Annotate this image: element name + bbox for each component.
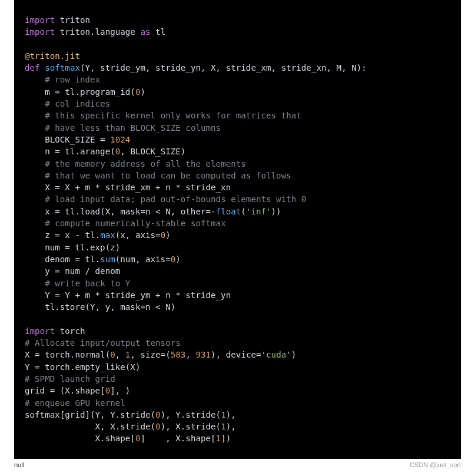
code-line: x = tl.load(X, mask=n < N, other=-float(… [25, 206, 450, 217]
code-line: grid = (X.shape[0], ) [25, 385, 450, 396]
token-default: (num, axis= [115, 254, 171, 264]
token-default: X, X.stride( [25, 422, 155, 431]
token-default: BLOCK_SIZE = [25, 135, 110, 144]
token-comment: # enqueue GPU kernel [25, 398, 125, 408]
token-default: y = num / denom [25, 266, 120, 276]
code-line: # that we want to load can be computed a… [25, 170, 450, 181]
code-line: num = tl.exp(z) [25, 242, 450, 253]
token-default: ) [291, 350, 297, 359]
code-line: import triton [25, 14, 450, 26]
token-default: m = tl.program_id( [25, 87, 135, 97]
token-default: torch [55, 326, 85, 336]
token-num: 0 [171, 254, 176, 264]
token-num: 0 [105, 386, 111, 395]
token-default: )) [271, 207, 281, 216]
token-num: 1024 [110, 135, 130, 144]
code-line: # write back to Y [25, 277, 450, 289]
code-line: y = num / denom [25, 265, 450, 277]
token-default: ) [140, 87, 145, 97]
code-line: # Allocate input/output tensors [25, 337, 450, 349]
code-line: # have less than BLOCK_SIZE columns [25, 122, 450, 134]
token-default [25, 159, 45, 168]
token-comment: # load input data; pad out-of-bounds ele… [45, 194, 306, 204]
token-kw: def [25, 63, 45, 72]
token-str: 'cuda' [261, 350, 291, 359]
code-line [25, 313, 450, 325]
token-default [25, 99, 45, 108]
code-line: # col indices [25, 98, 450, 110]
code-line: tl.store(Y, y, mask=n < N) [25, 301, 450, 313]
token-dec: @triton.jit [25, 51, 80, 61]
token-default: x = tl.load(X, mask=n < N, other=- [25, 207, 216, 216]
token-default: ), [226, 410, 236, 419]
token-default [25, 194, 45, 204]
token-default: n = tl.arange( [25, 147, 115, 156]
code-line: softmax[grid](Y, Y.stride(0), Y.stride(1… [25, 409, 450, 421]
code-line: @triton.jit [25, 50, 450, 62]
code-line: # SPMD launch grid [25, 373, 450, 385]
token-default: tl [151, 27, 166, 37]
token-comment: # write back to Y [45, 279, 130, 288]
token-num: 1 [221, 422, 226, 431]
token-default: Y = torch.empty_like(X) [25, 362, 140, 372]
token-comment: # compute numerically-stable softmax [45, 219, 226, 228]
token-default: ) [165, 230, 171, 240]
caption-right: CSDN @just_sort [410, 461, 461, 468]
token-default: tl.store(Y, y, mask=n < N) [25, 302, 175, 312]
token-num: 0 [110, 350, 115, 359]
code-line: X = torch.normal(0, 1, size=(583, 931), … [25, 349, 450, 361]
token-num: 583 [171, 350, 186, 359]
token-kw: import [25, 27, 55, 37]
token-comment: # have less than BLOCK_SIZE columns [45, 123, 221, 133]
code-line: # enqueue GPU kernel [25, 397, 450, 409]
token-default: Y = Y + m * stride_ym + n * stride_yn [25, 290, 231, 300]
token-default: (x, axis= [115, 230, 161, 240]
code-line: z = x - tl.max(x, axis=0) [25, 229, 450, 241]
token-comment: # the memory address of all the elements [45, 159, 246, 168]
code-line: # the memory address of all the elements [25, 158, 450, 170]
token-default: , [115, 350, 125, 359]
token-num: 0 [115, 147, 121, 156]
token-default: X = torch.normal( [25, 350, 110, 359]
token-default: (Y, stride_ym, stride_yn, X, stride_xm, … [80, 63, 367, 72]
code-line: X.shape[0] , X.shape[1]) [25, 432, 450, 444]
token-default: ] , X.shape[ [140, 434, 215, 443]
token-default: denom = tl. [25, 254, 100, 264]
code-line: def softmax(Y, stride_ym, stride_yn, X, … [25, 62, 450, 74]
token-default [25, 171, 45, 180]
code-line: X = X + m * stride_xm + n * stride_xn [25, 181, 450, 193]
token-default: ), Y.stride( [161, 410, 221, 419]
token-kw: as [140, 27, 150, 37]
token-default: ), X.stride( [161, 422, 221, 431]
token-num: 0 [155, 422, 161, 431]
token-default: ), [226, 422, 236, 431]
token-num: 931 [195, 350, 211, 359]
token-kw: import [25, 15, 55, 25]
token-str: 'inf' [246, 207, 271, 216]
token-default: , BLOCK_SIZE) [120, 147, 185, 156]
token-default [25, 219, 45, 228]
token-default: softmax[grid](Y, Y.stride( [25, 410, 155, 419]
token-default: grid = (X.shape[ [25, 386, 105, 395]
token-kw: import [25, 326, 55, 336]
token-fn: softmax [45, 63, 80, 72]
token-default: ), device= [211, 350, 261, 359]
token-default: X.shape[ [25, 434, 135, 443]
token-default [25, 111, 45, 120]
token-num: 0 [161, 230, 166, 240]
token-comment: # this specific kernel only works for ma… [45, 111, 301, 120]
token-default: triton.language [55, 27, 140, 37]
code-line: denom = tl.sum(num, axis=0) [25, 253, 450, 265]
token-default: ], ) [110, 386, 130, 395]
code-line: # this specific kernel only works for ma… [25, 110, 450, 121]
token-num: 1 [216, 434, 221, 443]
token-default: ( [241, 207, 246, 216]
token-default [25, 123, 45, 133]
code-line: # load input data; pad out-of-bounds ele… [25, 193, 450, 205]
token-default: X = X + m * stride_xm + n * stride_xn [25, 183, 231, 192]
token-default: ]) [221, 434, 231, 443]
token-default [25, 75, 45, 84]
code-line: X, X.stride(0), X.stride(1), [25, 421, 450, 432]
token-default: z = x - tl. [25, 230, 100, 240]
code-line: # row index [25, 74, 450, 85]
